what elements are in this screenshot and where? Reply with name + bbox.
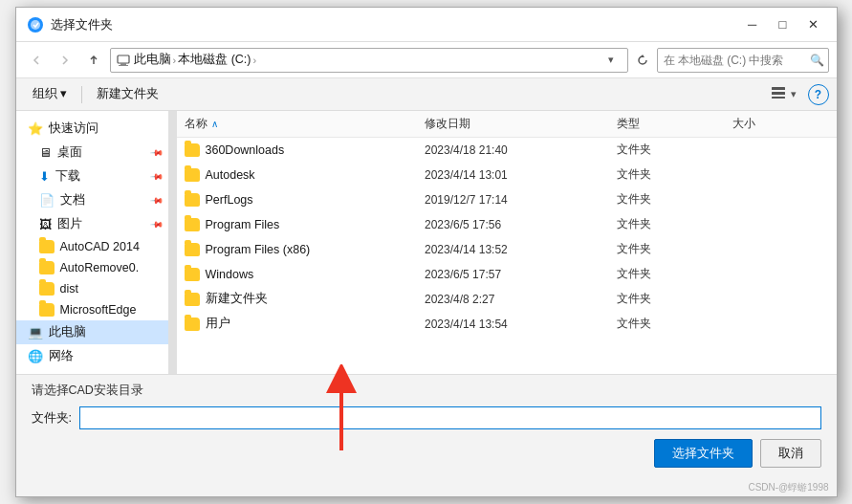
file-area: 名称 ∧ 修改日期 类型 大小 360Downloads 2023/4/18 2… [177, 111, 837, 374]
col-date-header[interactable]: 修改日期 [425, 116, 617, 132]
sidebar-item-label: 桌面 [57, 144, 82, 161]
search-input[interactable] [664, 54, 808, 67]
file-date: 2023/4/14 13:54 [425, 318, 617, 331]
sidebar-item-label: 图片 [57, 216, 82, 232]
file-date: 2023/4/8 2:27 [425, 293, 617, 306]
action-separator [81, 86, 82, 103]
help-button[interactable]: ? [808, 84, 829, 105]
address-dropdown-button[interactable]: ▾ [601, 50, 622, 71]
sidebar-item-desktop[interactable]: 🖥 桌面 📌 [16, 141, 168, 164]
search-box: 🔍 [657, 48, 829, 73]
sidebar-item-downloads[interactable]: ⬇ 下载 📌 [16, 164, 168, 188]
back-button[interactable] [24, 48, 49, 73]
table-row[interactable]: Program Files 2023/6/5 17:56 文件夹 [177, 212, 837, 237]
file-type: 文件夹 [617, 266, 732, 282]
this-pc-icon: 💻 [28, 325, 43, 340]
forward-button[interactable] [53, 48, 77, 73]
address-segments: 此电脑 › 本地磁盘 (C:) › [134, 52, 597, 68]
file-name: Program Files [206, 218, 280, 231]
sidebar-item-autoremove[interactable]: AutoRemove0. [16, 257, 168, 278]
pin-icon: 📌 [150, 217, 164, 231]
addr-part2[interactable]: 本地磁盘 (C:) [178, 52, 251, 68]
select-folder-button[interactable]: 选择文件夹 [654, 439, 753, 468]
sidebar-item-autocad[interactable]: AutoCAD 2014 [16, 236, 168, 257]
col-size-header[interactable]: 大小 [732, 116, 829, 132]
file-date: 2023/6/5 17:57 [425, 268, 617, 281]
sidebar: ⭐ 快速访问 🖥 桌面 📌 ⬇ 下载 📌 📄 文档 📌 🖼 图片 � [16, 111, 169, 374]
search-icon[interactable]: 🔍 [810, 54, 824, 67]
organize-button[interactable]: 组织 ▾ [24, 82, 76, 106]
folder-icon [185, 293, 200, 306]
close-button[interactable]: ✕ [800, 14, 827, 35]
file-name: Windows [206, 268, 254, 281]
sidebar-item-quick-access[interactable]: ⭐ 快速访问 [16, 117, 168, 141]
folder-icon [39, 303, 55, 317]
file-type: 文件夹 [617, 191, 732, 208]
folder-icon [185, 318, 200, 331]
file-type: 文件夹 [617, 216, 732, 232]
title-controls: ─ □ ✕ [739, 14, 827, 35]
sidebar-item-label: 文档 [60, 192, 85, 208]
file-date: 2023/4/18 21:40 [425, 143, 617, 157]
desktop-icon: 🖥 [39, 145, 52, 160]
col-name-header[interactable]: 名称 ∧ [185, 116, 426, 132]
table-row[interactable]: Program Files (x86) 2023/4/14 13:52 文件夹 [177, 237, 837, 262]
folder-input[interactable] [79, 406, 821, 429]
file-name: Program Files (x86) [206, 243, 311, 256]
file-type: 文件夹 [617, 166, 732, 183]
sidebar-item-microsoftedge[interactable]: MicrosoftEdge [16, 299, 168, 320]
sidebar-item-network[interactable]: 🌐 网络 [16, 344, 168, 368]
folder-icon [185, 243, 200, 256]
hint-text: 请选择CAD安装目录 [32, 383, 821, 399]
title-bar: 选择文件夹 ─ □ ✕ [16, 8, 837, 42]
sidebar-item-documents[interactable]: 📄 文档 📌 [16, 188, 168, 212]
table-row[interactable]: PerfLogs 2019/12/7 17:14 文件夹 [177, 187, 837, 212]
up-button[interactable] [81, 48, 106, 73]
maximize-button[interactable]: □ [770, 14, 797, 35]
cancel-button[interactable]: 取消 [760, 439, 821, 468]
dialog-icon [28, 17, 43, 33]
table-row[interactable]: 360Downloads 2023/4/18 21:40 文件夹 [177, 138, 837, 163]
file-date: 2023/4/14 13:01 [425, 168, 617, 182]
sidebar-item-label: MicrosoftEdge [60, 303, 137, 317]
table-row[interactable]: Windows 2023/6/5 17:57 文件夹 [177, 262, 837, 287]
sidebar-item-dist[interactable]: dist [16, 278, 168, 299]
title-bar-left: 选择文件夹 [28, 16, 113, 33]
file-type: 文件夹 [617, 241, 732, 257]
refresh-button[interactable] [632, 50, 653, 71]
addr-sep1: › [173, 55, 177, 66]
svg-point-0 [31, 20, 40, 30]
table-row[interactable]: 用户 2023/4/14 13:54 文件夹 [177, 312, 837, 337]
resize-handle[interactable] [169, 111, 177, 374]
sort-arrow: ∧ [211, 119, 218, 129]
file-name: 360Downloads [206, 143, 285, 157]
file-date: 2023/6/5 17:56 [425, 218, 617, 231]
minimize-button[interactable]: ─ [739, 14, 766, 35]
file-type: 文件夹 [617, 142, 732, 158]
pin-icon: 📌 [150, 193, 164, 208]
col-type-header[interactable]: 类型 [617, 116, 732, 132]
file-name: PerfLogs [206, 193, 253, 207]
table-row[interactable]: Autodesk 2023/4/14 13:01 文件夹 [177, 163, 837, 187]
sidebar-item-label: dist [60, 282, 78, 296]
view-dropdown-arrow[interactable]: ▾ [791, 88, 797, 100]
sidebar-item-label: 下载 [55, 168, 80, 185]
sidebar-item-pictures[interactable]: 🖼 图片 📌 [16, 212, 168, 236]
address-bar: 此电脑 › 本地磁盘 (C:) › ▾ [110, 48, 628, 73]
documents-icon: 📄 [39, 193, 55, 208]
bottom-buttons: 选择文件夹 取消 [32, 439, 821, 468]
new-folder-button[interactable]: 新建文件夹 [88, 82, 167, 106]
dialog-title: 选择文件夹 [51, 16, 113, 33]
svg-rect-4 [772, 87, 785, 90]
addr-sep2: › [252, 55, 256, 66]
file-type: 文件夹 [617, 316, 732, 332]
addr-part1[interactable]: 此电脑 [134, 52, 171, 68]
table-row[interactable]: 新建文件夹 2023/4/8 2:27 文件夹 [177, 287, 837, 312]
view-toggle-button[interactable] [768, 82, 789, 106]
download-icon: ⬇ [39, 169, 50, 184]
sidebar-item-label: 此电脑 [49, 324, 86, 340]
file-date: 2019/12/7 17:14 [425, 193, 617, 207]
folder-icon [185, 218, 200, 231]
watermark: CSDN-@蜉蝣1998 [16, 479, 837, 496]
sidebar-item-this-pc[interactable]: 💻 此电脑 [16, 320, 168, 344]
